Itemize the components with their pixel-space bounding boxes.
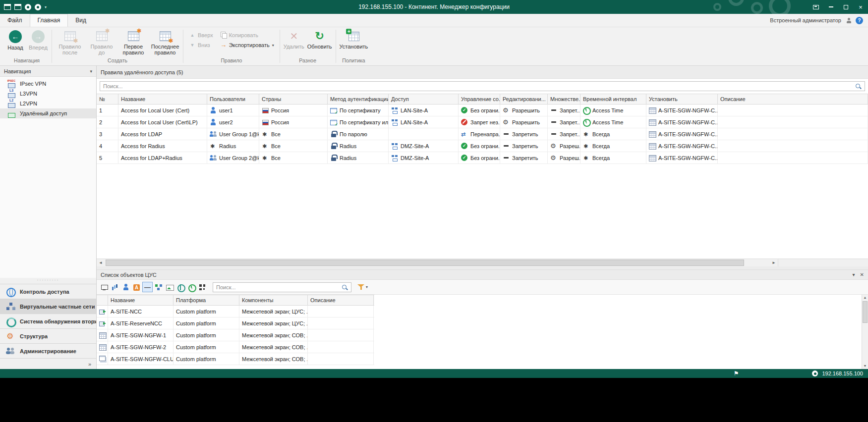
user-filter-button[interactable]	[120, 282, 131, 292]
rules-table-row[interactable]: 3Access for LDAPUser Group 1@k...ВсеПо п…	[97, 128, 868, 140]
scroll-down-icon[interactable]: ▼	[864, 363, 867, 369]
user-account-icon[interactable]	[845, 17, 853, 24]
maximize-button[interactable]	[838, 0, 853, 14]
ids-icon	[6, 317, 16, 326]
column-header[interactable]: Доступ	[389, 94, 459, 104]
forward-button[interactable]: → Вперед	[27, 28, 50, 52]
column-header[interactable]: Временной интервал	[580, 94, 646, 104]
objects-table-row[interactable]: A-SITE-NCCCustom platformМежсетевой экра…	[97, 306, 374, 317]
minimize-button[interactable]	[823, 0, 838, 14]
panel-splitter[interactable]	[97, 266, 868, 270]
table-cell	[308, 329, 374, 341]
rule-before-button[interactable]: Правило до	[86, 28, 117, 56]
nodes-filter-button[interactable]	[153, 282, 164, 292]
column-header[interactable]: Платформа	[174, 295, 239, 305]
app-logo-secondary-icon[interactable]	[35, 4, 41, 10]
nav-item-ids[interactable]: Система обнаружения вторже...	[0, 314, 96, 328]
close-panel-icon[interactable]: ✕	[860, 272, 864, 277]
filter-button[interactable]: ▾	[357, 284, 368, 290]
horizontal-scrollbar[interactable]: ◄ ►	[97, 259, 778, 266]
nav-item-vpn[interactable]: Виртуальные частные сети	[0, 299, 96, 314]
nav-item-access-control[interactable]: Контроль доступа	[0, 284, 96, 299]
tab-home[interactable]: Главная	[30, 14, 68, 27]
export-button[interactable]: → Экспортировать ▾	[218, 40, 277, 50]
dash-filter-button[interactable]: —	[142, 282, 153, 292]
configure-buttons-icon[interactable]: »	[88, 361, 91, 367]
column-header[interactable]: Название	[108, 295, 174, 305]
chart-filter-button[interactable]	[110, 282, 120, 292]
column-header[interactable]: Управление со...	[459, 94, 500, 104]
objects-table-row[interactable]: A-SITE-ReserveNCCCustom platformМежсетев…	[97, 317, 374, 329]
close-button[interactable]: ×	[853, 0, 868, 14]
letter-a-filter-button[interactable]: A	[131, 282, 142, 292]
rules-search-input[interactable]	[100, 83, 865, 89]
monitor-filter-button[interactable]	[99, 282, 109, 292]
search-icon[interactable]	[342, 284, 348, 291]
scrollbar-thumb[interactable]	[106, 260, 744, 266]
column-header[interactable]: Пользователи	[207, 94, 259, 104]
tree-item-ipsec-vpn[interactable]: IPSEC IPsec VPN	[0, 79, 96, 89]
flag-icon[interactable]: ⚑	[734, 370, 739, 377]
objects-table-row[interactable]: A-SITE-SGW-NGFW-1Custom platformМежсетев…	[97, 329, 374, 341]
column-header[interactable]: Описание	[308, 295, 374, 305]
help-icon[interactable]: ?	[856, 17, 863, 24]
rules-table-row[interactable]: 4Access for RadiusRadiusВсеRadiusDMZ-Sit…	[97, 140, 868, 152]
tab-view[interactable]: Вид	[68, 14, 94, 27]
tab-file[interactable]: Файл	[0, 14, 30, 27]
collapse-icon[interactable]: ▾	[90, 69, 92, 74]
column-header[interactable]: Название	[118, 94, 207, 104]
copy-button[interactable]: Копировать	[218, 30, 277, 40]
column-header[interactable]	[97, 295, 108, 305]
objects-table-row[interactable]: A-SITE-SGW-NGFW-CLUS...Custom platformМе…	[97, 353, 374, 365]
column-header[interactable]: №	[97, 94, 118, 104]
tree-item-remote-access[interactable]: Удалённый доступ	[0, 108, 96, 118]
column-header[interactable]: Описание	[718, 94, 868, 104]
move-down-button[interactable]: ▼ Вниз	[186, 40, 216, 50]
qr-filter-button[interactable]	[197, 282, 207, 292]
scroll-up-icon[interactable]: ▲	[864, 295, 867, 301]
rule-after-button[interactable]: Правило после	[54, 28, 86, 56]
nav-item-administration[interactable]: Администрирование	[0, 343, 96, 358]
scrollbar-thumb[interactable]	[863, 301, 868, 323]
column-header[interactable]: Редактировани...	[500, 94, 548, 104]
nav-item-structure[interactable]: Структура	[0, 328, 96, 343]
column-header[interactable]: Множестве...	[548, 94, 580, 104]
scroll-left-icon[interactable]: ◄	[97, 261, 105, 265]
statusbar: ⚑ 192.168.155.100	[0, 369, 868, 378]
rules-table-row[interactable]: 2Access for Local User (Cert\LP)user2Рос…	[97, 116, 868, 128]
star-icon	[583, 143, 590, 150]
tree-item-l2vpn[interactable]: L2 L2VPN	[0, 99, 96, 108]
app-logo-icon[interactable]	[25, 4, 31, 10]
rules-table-row[interactable]: 5Access for LDAP+RadiusUser Group 2@k...…	[97, 152, 868, 164]
scroll-right-icon[interactable]: ►	[770, 261, 778, 265]
column-header[interactable]: Страны	[259, 94, 328, 104]
column-header[interactable]: Компоненты	[239, 295, 308, 305]
globe-filter-button[interactable]	[175, 282, 185, 292]
remote-access-icon	[6, 109, 17, 118]
back-button[interactable]: ← Назад	[4, 28, 27, 52]
rules-table-row[interactable]: 1Access for Local User (Cert)user1Россия…	[97, 105, 868, 116]
image-filter-button[interactable]	[164, 282, 174, 292]
vertical-scrollbar[interactable]: ▲ ▼	[862, 295, 868, 369]
tree-item-l3vpn[interactable]: L3 L3VPN	[0, 89, 96, 99]
objects-table-row[interactable]: A-SITE-SGW-NGFW-2Custom platformМежсетев…	[97, 341, 374, 353]
move-up-button[interactable]: ▲ Вверх	[186, 30, 216, 40]
quick-access-dropdown-icon[interactable]: ▾	[45, 5, 47, 9]
window-panel-icon[interactable]	[4, 4, 11, 10]
display-options-button[interactable]	[809, 0, 823, 14]
refresh-button[interactable]: ↻ Обновить	[306, 28, 334, 51]
column-header[interactable]: Установить	[646, 94, 718, 104]
last-rule-button[interactable]: Последнее правило	[149, 28, 181, 56]
delete-button[interactable]: ✕ Удалить	[282, 28, 306, 51]
block-icon	[461, 119, 468, 126]
layout-panel-icon[interactable]	[14, 4, 21, 10]
column-header[interactable]: Метод аутентификации	[328, 94, 389, 104]
table-cell: Без ограни...	[459, 105, 500, 116]
collapse-panel-icon[interactable]: ▾	[853, 272, 855, 277]
first-rule-button[interactable]: Первое правило	[117, 28, 149, 56]
objects-search-input[interactable]	[213, 284, 351, 290]
splitter-grip[interactable]: ·········	[0, 278, 96, 284]
clock-filter-button[interactable]	[186, 282, 196, 292]
install-button[interactable]: Установить	[338, 28, 370, 51]
search-icon[interactable]	[855, 83, 862, 90]
